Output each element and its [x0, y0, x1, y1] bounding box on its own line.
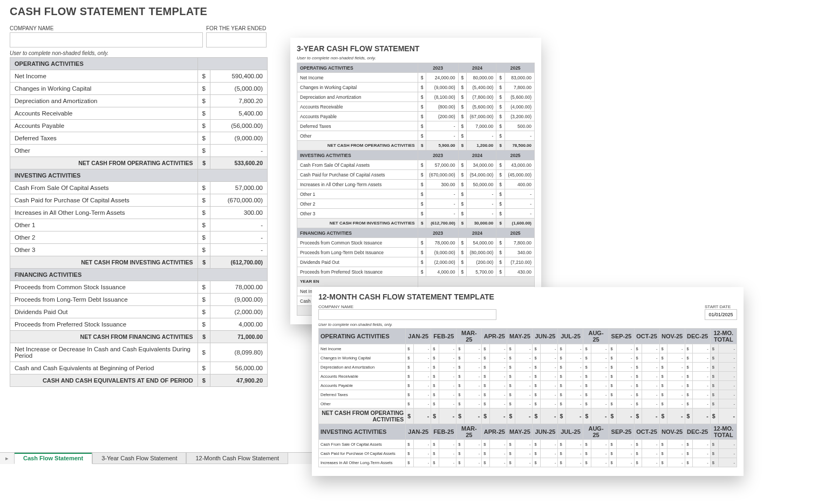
c12-start-label: START DATE [705, 304, 737, 309]
cell: 7,800.20 [210, 95, 267, 107]
cell: Increases in All Other Long-Term Assets [10, 207, 198, 219]
cell: $ [197, 207, 210, 219]
tab-cash-flow[interactable]: Cash Flow Statement [14, 453, 92, 464]
twelve-month-title: 12-MONTH CASH FLOW STATEMENT TEMPLATE [318, 292, 737, 301]
cell: NET CASH FROM FINANCING ACTIVITIES [10, 331, 198, 343]
cell: Cash and Cash Equivalents at Beginning o… [10, 362, 198, 374]
company-input[interactable] [10, 32, 203, 47]
cell: 57,000.00 [210, 182, 267, 194]
company-label: COMPANY NAME [10, 25, 203, 31]
cell: $ [197, 318, 210, 331]
cell: $ [197, 70, 210, 83]
cell: Dividends Paid Out [10, 306, 198, 318]
cell: Other 2 [10, 231, 198, 244]
cell: Proceeds from Common Stock Issuance [10, 281, 198, 294]
cell: (9,000.00) [210, 294, 267, 306]
user-note: User to complete non-shaded fields, only… [10, 50, 268, 56]
cell: $ [197, 194, 210, 207]
cell: - [210, 219, 267, 231]
c12-note: User to complete non-shaded fields, only… [318, 322, 737, 327]
cell: 590,400.00 [210, 70, 267, 83]
cell: 47,900.20 [210, 374, 267, 387]
cell: $ [197, 231, 210, 244]
cell: Net Increase or Decrease In Cash and Cas… [10, 343, 198, 362]
cell: $ [197, 145, 210, 157]
cell: (9,000.00) [210, 132, 267, 145]
cash-flow-table: OPERATING ACTIVITIESNet Income$590,400.0… [10, 57, 268, 387]
three-year-note: User to complete non-shaded fields, only… [297, 56, 535, 60]
cell: Net Income [10, 70, 198, 83]
cell: - [210, 231, 267, 244]
cell: - [210, 145, 267, 157]
cell: Accounts Receivable [10, 107, 198, 120]
year-ended-input[interactable] [206, 32, 267, 47]
twelve-month-table: OPERATING ACTIVITIESJan-25Feb-25Mar-25Ap… [318, 328, 737, 467]
cell: 56,000.00 [210, 362, 267, 374]
cell: $ [197, 182, 210, 194]
cell: $ [197, 343, 210, 362]
cell: (612,700.00) [210, 256, 267, 269]
c12-start-input[interactable] [705, 309, 737, 320]
cell: 533,600.20 [210, 157, 267, 169]
section-header: FINANCING ACTIVITIES [10, 269, 198, 281]
c12-company-input[interactable] [318, 309, 496, 320]
cell: $ [197, 306, 210, 318]
page-title: CASH FLOW STATEMENT TEMPLATE [10, 5, 268, 18]
cell: Other 1 [10, 219, 198, 231]
cell: $ [197, 132, 210, 145]
cell: NET CASH FROM OPERATING ACTIVITIES [10, 157, 198, 169]
cell: (8,099.80) [210, 343, 267, 362]
cell: NET CASH FROM INVESTING ACTIVITIES [10, 256, 198, 269]
cell: - [210, 244, 267, 256]
cell: Changes in Working Capital [10, 83, 198, 95]
three-year-title: 3-YEAR CASH FLOW STATEMENT [297, 44, 535, 53]
cell: $ [197, 281, 210, 294]
cell: $ [197, 256, 210, 269]
three-year-table: OPERATING ACTIVITIES202320242025Net Inco… [297, 63, 535, 316]
cell: 71,000.00 [210, 331, 267, 343]
cell: $ [197, 95, 210, 107]
section-header: OPERATING ACTIVITIES [10, 58, 198, 70]
cell: $ [197, 120, 210, 132]
cell: $ [197, 219, 210, 231]
tab-arrow-icon[interactable]: ▸ [0, 455, 14, 462]
year-label: FOR THE YEAR ENDED [206, 25, 267, 31]
sheet-tabs: ▸ Cash Flow Statement 3-Year Cash Flow S… [0, 452, 313, 464]
cell: 300.00 [210, 207, 267, 219]
cell: CASH AND CASH EQUIVALENTS AT END OF PERI… [10, 374, 198, 387]
cell: 4,000.00 [210, 318, 267, 331]
cell: Accounts Payable [10, 120, 198, 132]
cell: Proceeds from Long-Term Debt Issuance [10, 294, 198, 306]
cell: $ [197, 374, 210, 387]
cell: $ [197, 83, 210, 95]
three-year-card: 3-YEAR CASH FLOW STATEMENT User to compl… [290, 38, 541, 324]
cell: $ [197, 331, 210, 343]
cell: Cash From Sale Of Capital Assets [10, 182, 198, 194]
cell: $ [197, 157, 210, 169]
cell: (2,000.00) [210, 306, 267, 318]
section-header: INVESTING ACTIVITIES [10, 169, 198, 182]
cell: 78,000.00 [210, 281, 267, 294]
cell: Deferred Taxes [10, 132, 198, 145]
cell: Other 3 [10, 244, 198, 256]
cash-flow-template: CASH FLOW STATEMENT TEMPLATE COMPANY NAM… [10, 5, 268, 387]
cell: (670,000.00) [210, 194, 267, 207]
cell: $ [197, 244, 210, 256]
cell: 5,400.00 [210, 107, 267, 120]
twelve-month-card: 12-MONTH CASH FLOW STATEMENT TEMPLATE CO… [312, 287, 744, 476]
cell: $ [197, 362, 210, 374]
cell: (5,000.00) [210, 83, 267, 95]
cell: Depreciation and Amortization [10, 95, 198, 107]
cell: $ [197, 294, 210, 306]
tab-12month[interactable]: 12-Month Cash Flow Statement [186, 453, 288, 464]
cell: $ [197, 107, 210, 120]
cell: Other [10, 145, 198, 157]
cell: Proceeds from Preferred Stock Issuance [10, 318, 198, 331]
c12-company-label: COMPANY NAME [318, 304, 496, 309]
tab-3year[interactable]: 3-Year Cash Flow Statement [92, 453, 186, 464]
cell: Cash Paid for Purchase Of Capital Assets [10, 194, 198, 207]
cell: (56,000.00) [210, 120, 267, 132]
